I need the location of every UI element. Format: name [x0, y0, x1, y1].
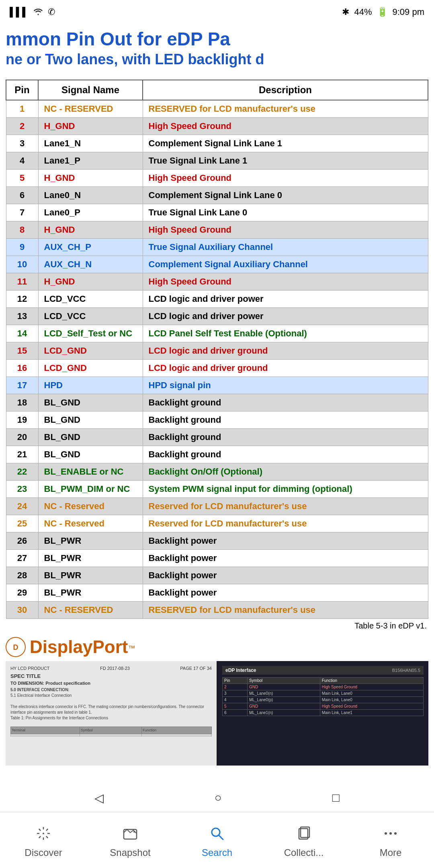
table-row: 9 AUX_CH_P True Signal Auxiliary Channel	[6, 238, 428, 256]
cell-pin: 8	[6, 221, 38, 238]
table-row: 18 BL_GND Backlight ground	[6, 394, 428, 411]
cell-pin: 11	[6, 273, 38, 290]
cell-signal: LCD_GND	[38, 359, 143, 377]
cell-pin: 12	[6, 290, 38, 307]
collections-icon	[296, 825, 312, 844]
cell-signal: H_GND	[38, 169, 143, 186]
img-left-title: SPEC TITLE	[10, 673, 212, 679]
cell-signal: HPD	[38, 377, 143, 394]
cell-desc: Backlight ground	[143, 394, 428, 411]
recent-button[interactable]: □	[316, 787, 356, 809]
img-right-header: eDP Interface B156HAN05.5	[222, 666, 424, 675]
cell-signal: H_GND	[38, 117, 143, 135]
images-strip: HY LCD PRODUCT FD 2017-08-23 PAGE 17 OF …	[6, 661, 428, 766]
cell-signal: Lane0_N	[38, 186, 143, 204]
table-row: 5 H_GND High Speed Ground	[6, 169, 428, 186]
cell-signal: H_GND	[38, 273, 143, 290]
cell-signal: Lane1_P	[38, 152, 143, 169]
cell-desc: System PWM signal input for dimming (opt…	[143, 480, 428, 497]
cell-desc: High Speed Ground	[143, 169, 428, 186]
nav-item-discover[interactable]: Discover	[0, 825, 87, 858]
dp-logo-text: DisplayPort™	[30, 637, 135, 657]
cell-pin: 27	[6, 549, 38, 567]
cell-pin: 10	[6, 256, 38, 273]
cell-signal: H_GND	[38, 221, 143, 238]
nav-label-more: More	[380, 847, 402, 858]
col-header-pin: Pin	[6, 80, 38, 100]
nav-label-discover: Discover	[25, 847, 62, 858]
table-row: 7 Lane0_P True Signal Link Lane 0	[6, 204, 428, 221]
battery-icon: 🔋	[377, 7, 388, 17]
cell-desc: Complement Signal Auxiliary Channel	[143, 256, 428, 273]
table-row: 12 LCD_VCC LCD logic and driver power	[6, 290, 428, 307]
table-row: 1 NC - RESERVED RESERVED for LCD manufac…	[6, 100, 428, 118]
cell-signal: Lane1_N	[38, 135, 143, 152]
system-nav-bar: ◁ ○ □	[0, 784, 434, 812]
home-button[interactable]: ○	[198, 787, 237, 809]
svg-point-12	[133, 831, 135, 833]
back-button[interactable]: ◁	[78, 787, 120, 809]
cell-signal: BL_PWR	[38, 549, 143, 567]
cell-desc: Backlight On/Off (Optional)	[143, 463, 428, 480]
cell-signal: NC - Reserved	[38, 497, 143, 515]
nav-item-snapshot[interactable]: Snapshot	[87, 825, 174, 858]
cell-desc: RESERVED for LCD manufacturer's use	[143, 601, 428, 618]
pin-table: Pin Signal Name Description 1 NC - RESER…	[6, 80, 428, 619]
battery-text: 44%	[354, 7, 372, 17]
time-text: 9:09 pm	[393, 7, 425, 17]
cell-pin: 4	[6, 152, 38, 169]
cell-signal: BL_GND	[38, 446, 143, 463]
cell-pin: 23	[6, 480, 38, 497]
cell-pin: 9	[6, 238, 38, 256]
cell-pin: 22	[6, 463, 38, 480]
cell-pin: 2	[6, 117, 38, 135]
table-row: 10 AUX_CH_N Complement Signal Auxiliary …	[6, 256, 428, 273]
table-row: 4 Lane1_P True Signal Link Lane 1	[6, 152, 428, 169]
cell-desc: LCD logic and driver ground	[143, 359, 428, 377]
nav-item-collections[interactable]: Collecti...	[260, 825, 347, 858]
cell-signal: NC - RESERVED	[38, 100, 143, 118]
cell-signal: BL_PWR	[38, 567, 143, 584]
status-left: ▌▌▌ ✆	[10, 6, 55, 18]
image-left: HY LCD PRODUCT FD 2017-08-23 PAGE 17 OF …	[6, 661, 217, 766]
cell-pin: 29	[6, 584, 38, 601]
cell-signal: LCD_Self_Test or NC	[38, 325, 143, 342]
table-row: 22 BL_ENABLE or NC Backlight On/Off (Opt…	[6, 463, 428, 480]
page-title: mmon Pin Out for eDP Pa	[6, 24, 428, 50]
cell-signal: BL_GND	[38, 411, 143, 428]
img-left-body: 5.0 INTERFACE CONNECTION: 5.1 Electrical…	[10, 687, 212, 737]
cell-pin: 17	[6, 377, 38, 394]
status-right: ✱ 44% 🔋 9:09 pm	[342, 7, 424, 17]
cell-pin: 15	[6, 342, 38, 359]
table-row: 24 NC - Reserved Reserved for LCD manufa…	[6, 497, 428, 515]
table-row: 23 BL_PWM_DIM or NC System PWM signal in…	[6, 480, 428, 497]
search-icon	[209, 825, 225, 844]
discover-icon	[35, 825, 51, 844]
nav-item-more[interactable]: More	[347, 825, 434, 858]
svg-line-14	[219, 835, 223, 839]
cell-pin: 26	[6, 532, 38, 549]
cell-desc: Reserved for LCD manufacturer's use	[143, 515, 428, 532]
cell-desc: High Speed Ground	[143, 221, 428, 238]
cell-desc: True Signal Auxiliary Channel	[143, 238, 428, 256]
cell-desc: Complement Signal Link Lane 0	[143, 186, 428, 204]
cell-signal: NC - Reserved	[38, 515, 143, 532]
cell-pin: 30	[6, 601, 38, 618]
cell-pin: 25	[6, 515, 38, 532]
cell-signal: BL_PWR	[38, 584, 143, 601]
svg-line-8	[46, 836, 48, 838]
cell-pin: 16	[6, 359, 38, 377]
table-row: 19 BL_GND Backlight ground	[6, 411, 428, 428]
nav-item-search[interactable]: Search	[174, 825, 260, 858]
cell-pin: 3	[6, 135, 38, 152]
cell-pin: 1	[6, 100, 38, 118]
cell-desc: Backlight power	[143, 549, 428, 567]
call-icon: ✆	[48, 7, 55, 17]
cell-pin: 5	[6, 169, 38, 186]
cell-pin: 19	[6, 411, 38, 428]
svg-line-10	[39, 836, 41, 838]
cell-desc: HPD signal pin	[143, 377, 428, 394]
table-row: 21 BL_GND Backlight ground	[6, 446, 428, 463]
table-row: 28 BL_PWR Backlight power	[6, 567, 428, 584]
svg-point-2	[43, 833, 44, 834]
